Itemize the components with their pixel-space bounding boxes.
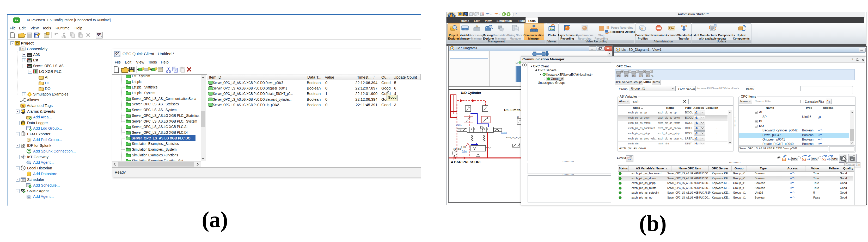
svg-text:OPC: OPC — [646, 75, 650, 77]
svg-text:4 BAR PRESSURE: 4 BAR PRESSURE — [451, 160, 482, 164]
svg-text:1: 1 — [829, 100, 830, 103]
svg-text:3.56 bar: 3.56 bar — [453, 147, 461, 150]
svg-text:(x): (x) — [627, 157, 629, 159]
svg-text:OUT2: OUT2 — [501, 131, 507, 134]
svg-text:(x): (x) — [464, 28, 467, 30]
svg-text:A: A — [28, 196, 30, 198]
svg-text:OPC: OPC — [624, 75, 628, 77]
svg-text:U/D Cylinder: U/D Cylinder — [461, 91, 481, 95]
svg-text:OPC: OPC — [632, 75, 636, 77]
svg-text:ex: ex — [15, 19, 19, 22]
svg-text:A: A — [22, 104, 24, 107]
svg-text:OPC: OPC — [639, 75, 643, 77]
svg-text:101: 101 — [21, 47, 25, 49]
svg-text:Lt: Lt — [517, 116, 519, 118]
svg-text:2 (ls): 2 (ls) — [462, 150, 467, 152]
svg-text:OUT1: OUT1 — [456, 124, 462, 126]
svg-text:A: A — [22, 189, 23, 192]
svg-text:QC: QC — [116, 52, 119, 55]
svg-text:QC: QC — [97, 33, 101, 36]
svg-text:010: 010 — [21, 49, 25, 51]
svg-text:? (ls): ? (ls) — [461, 146, 466, 148]
svg-text:R/L Limited: R/L Limited — [504, 108, 523, 112]
svg-text:OPC: OPC — [617, 75, 620, 77]
